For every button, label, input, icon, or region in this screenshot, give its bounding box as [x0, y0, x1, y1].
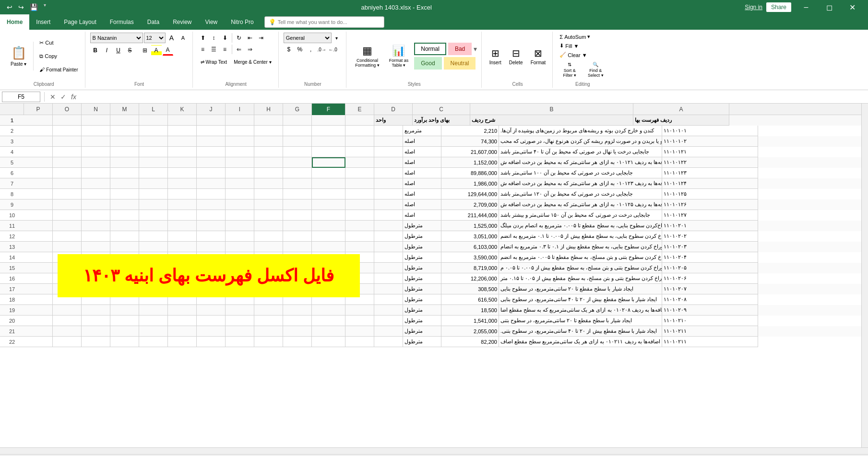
cell-N22[interactable]	[82, 337, 110, 347]
cell-P11[interactable]	[24, 221, 53, 231]
cell-B19[interactable]: اضافه‌ها به ردیف ۰۱۰۲۰۸ به ازای هر یک سا…	[499, 305, 662, 316]
cell-F12[interactable]	[312, 231, 345, 242]
cell-B1[interactable]: شرح ردیف	[470, 115, 633, 126]
cell-D1[interactable]: واحد	[374, 115, 413, 126]
row-num-8[interactable]: 8	[0, 189, 24, 199]
tab-insert[interactable]: Insert	[29, 14, 57, 30]
cell-E5[interactable]	[345, 157, 374, 168]
cell-L5[interactable]	[139, 157, 168, 168]
style-bad[interactable]: Bad	[448, 43, 472, 55]
merge-center-button[interactable]: Merge & Center ▾	[231, 56, 274, 68]
cell-L12[interactable]	[139, 231, 168, 242]
cell-E13[interactable]	[345, 242, 374, 252]
align-bottom-button[interactable]: ⬇	[220, 33, 230, 43]
cell-K2[interactable]	[168, 126, 197, 136]
indent-right-button[interactable]: ⇥	[256, 33, 266, 43]
cell-D8[interactable]: اصله	[403, 189, 441, 199]
cell-K1[interactable]	[168, 115, 197, 126]
row-num-22[interactable]: 22	[0, 337, 24, 347]
cell-G3[interactable]	[283, 136, 312, 147]
fill-button[interactable]: ⬇ Fill ▼	[558, 42, 581, 50]
cell-I9[interactable]	[226, 199, 254, 210]
cell-D7[interactable]: اصله	[403, 178, 441, 189]
row-num-1[interactable]: 1	[0, 115, 24, 126]
cell-H19[interactable]	[254, 305, 283, 316]
cell-I4[interactable]	[226, 147, 254, 157]
format-as-table-button[interactable]: 📊 Format asTable ▾	[385, 43, 413, 70]
cell-G9[interactable]	[283, 199, 312, 210]
cell-A15[interactable]: ۱۱۰۱۰۲۰۵	[662, 263, 758, 273]
cell-B12[interactable]: سوراخ کردن سطوح بنایی، به سطح مقطع بیش ا…	[499, 231, 662, 242]
cell-L6[interactable]	[139, 168, 168, 178]
align-left-button[interactable]: ≡	[198, 44, 208, 55]
cell-K21[interactable]	[168, 326, 197, 337]
cell-E9[interactable]	[345, 199, 374, 210]
col-header-P[interactable]: P	[24, 104, 53, 115]
number-format-select[interactable]: General	[284, 33, 332, 43]
cell-M21[interactable]	[110, 326, 139, 337]
cell-D22[interactable]: مترطول	[403, 337, 441, 347]
restore-button[interactable]: ◻	[818, 0, 840, 14]
cell-F5[interactable]	[312, 157, 345, 168]
cell-P15[interactable]	[24, 263, 53, 273]
decrease-font-button[interactable]: A	[178, 33, 189, 43]
cell-B2[interactable]: کندن و خارج کردن بوته و ریشه‌های مربوط د…	[499, 126, 662, 136]
col-header-F[interactable]: F	[312, 104, 345, 115]
cell-A18[interactable]: ۱۱۰۱۰۲۰۸	[662, 294, 758, 305]
tab-formulas[interactable]: Formulas	[103, 14, 141, 30]
cell-L4[interactable]	[139, 147, 168, 157]
cell-J20[interactable]	[197, 316, 226, 326]
row-num-18[interactable]: 18	[0, 294, 24, 305]
cell-J11[interactable]	[197, 221, 226, 231]
cell-E11[interactable]	[345, 221, 374, 231]
cell-I6[interactable]	[226, 168, 254, 178]
cell-C16[interactable]: 12,206,000	[441, 273, 499, 284]
align-right-button[interactable]: ≡	[220, 44, 230, 55]
percent-button[interactable]: %	[295, 44, 305, 55]
cell-J10[interactable]	[197, 210, 226, 221]
cell-I2[interactable]	[226, 126, 254, 136]
cell-M19[interactable]	[110, 305, 139, 316]
cell-K4[interactable]	[168, 147, 197, 157]
close-button[interactable]: ✕	[841, 0, 863, 14]
ltr-button[interactable]: ⇒	[245, 44, 255, 55]
cell-M12[interactable]	[110, 231, 139, 242]
cell-E11[interactable]	[374, 221, 403, 231]
cell-G12[interactable]	[283, 231, 312, 242]
cell-B9[interactable]: اضافه‌ها به ردیف ۰۱۰۱۲۵ به ازای هر سانتی…	[499, 199, 662, 210]
cell-P5[interactable]	[24, 157, 53, 168]
cell-C17[interactable]: 308,500	[441, 284, 499, 294]
cell-G8[interactable]	[283, 189, 312, 199]
cell-M20[interactable]	[110, 316, 139, 326]
cell-I20[interactable]	[226, 316, 254, 326]
cell-M13[interactable]	[110, 242, 139, 252]
cell-J1[interactable]	[197, 115, 226, 126]
cell-K9[interactable]	[168, 199, 197, 210]
cell-M7[interactable]	[110, 178, 139, 189]
cell-N19[interactable]	[82, 305, 110, 316]
cell-O6[interactable]	[53, 168, 82, 178]
cell-F4[interactable]	[312, 147, 345, 157]
cell-N11[interactable]	[82, 221, 110, 231]
cell-O22[interactable]	[53, 337, 82, 347]
cell-B18[interactable]: ایجاد شیار با سطح مقطع بیش از ۲۰ تا ۴۰ س…	[499, 294, 662, 305]
cell-H13[interactable]	[254, 242, 283, 252]
tab-view[interactable]: View	[198, 14, 224, 30]
cell-P7[interactable]	[24, 178, 53, 189]
save-button[interactable]: 💾	[28, 2, 40, 12]
cell-I19[interactable]	[226, 305, 254, 316]
row-num-14[interactable]: 14	[0, 252, 24, 263]
cell-I12[interactable]	[226, 231, 254, 242]
cell-O12[interactable]	[53, 231, 82, 242]
vertical-scrollbar[interactable]	[861, 104, 868, 447]
cell-F11[interactable]	[312, 221, 345, 231]
cell-A2[interactable]: ۱۱۰۱۰۱۰۱	[662, 126, 758, 136]
cell-D17[interactable]: مترطول	[403, 284, 441, 294]
paste-button[interactable]: 📋 Paste ▾	[7, 42, 30, 70]
font-color-button[interactable]: A	[163, 45, 173, 56]
cell-C15[interactable]: 8,719,000	[441, 263, 499, 273]
cell-P13[interactable]	[24, 242, 53, 252]
cell-C11[interactable]: 1,525,000	[441, 221, 499, 231]
rtl-button[interactable]: ⇐	[234, 44, 244, 55]
cell-N5[interactable]	[82, 157, 110, 168]
